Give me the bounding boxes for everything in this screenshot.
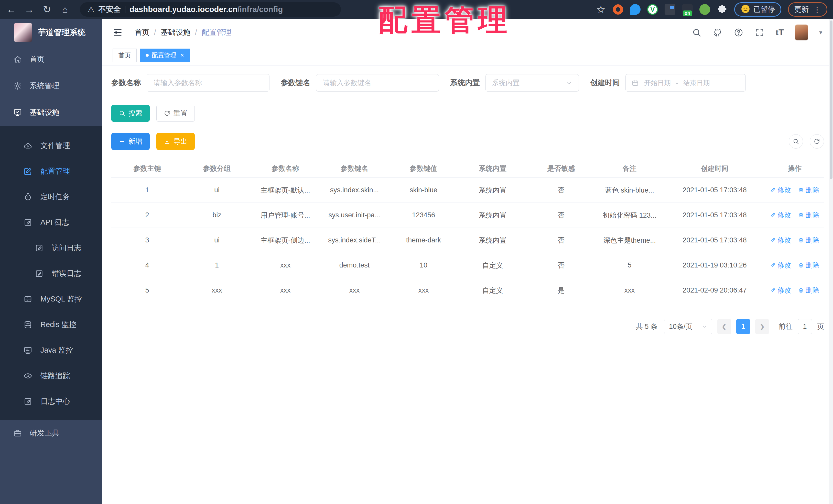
smiley-avatar-icon	[741, 4, 750, 15]
sidebar-logo[interactable]: 芋道管理系统	[0, 19, 102, 46]
extension-blue-drop-icon[interactable]	[630, 4, 641, 15]
edit-link[interactable]: 修改	[770, 210, 791, 220]
config-table: 参数主键参数分组参数名称参数键名参数键值系统内置是否敏感备注创建时间操作 1ui…	[111, 159, 824, 303]
sidebar-item[interactable]: Redis 监控	[0, 312, 102, 337]
search-icon	[119, 110, 125, 117]
refresh-table-icon[interactable]	[810, 134, 824, 149]
param-name-label: 参数名称	[111, 78, 141, 88]
help-icon[interactable]	[734, 28, 743, 37]
scrollbar-track[interactable]	[829, 19, 833, 504]
trash-icon	[798, 187, 804, 193]
date-range-picker[interactable]: 开始日期 - 结束日期	[625, 74, 746, 92]
github-icon[interactable]	[713, 28, 722, 37]
extension-green-v-icon[interactable]: V	[647, 4, 658, 15]
table-cell: 用户管理-账号...	[251, 203, 320, 228]
delete-link[interactable]: 删除	[798, 286, 819, 295]
table-cell: xxx	[595, 278, 664, 303]
system-builtin-select[interactable]: 系统内置	[485, 74, 579, 92]
breadcrumb-home[interactable]: 首页	[135, 27, 149, 37]
table-cell: 2021-02-09 20:06:47	[664, 278, 765, 303]
reset-button[interactable]: 重置	[157, 105, 195, 122]
delete-link[interactable]: 删除	[798, 185, 819, 195]
system-builtin-label: 系统内置	[450, 78, 480, 88]
sidebar-item[interactable]: 错误日志	[0, 261, 102, 286]
sidebar-item[interactable]: API 日志	[0, 210, 102, 235]
user-menu-caret-icon[interactable]: ▾	[819, 29, 822, 36]
sidebar-item[interactable]: 研发工具	[0, 420, 102, 447]
extension-orange-icon[interactable]	[613, 4, 623, 15]
browser-reload-icon[interactable]: ↻	[42, 4, 53, 15]
scrollbar-thumb[interactable]	[830, 21, 832, 179]
page-size-select[interactable]: 10条/页	[664, 319, 712, 334]
font-size-icon[interactable]: tT	[776, 27, 784, 37]
tab-config[interactable]: 配置管理 ×	[140, 49, 190, 62]
stack-icon	[24, 320, 32, 329]
table-row[interactable]: 1ui主框架页-默认...sys.index.skin...skin-blue系…	[111, 178, 824, 203]
table-cell: 3	[111, 228, 183, 253]
browser-menu-icon[interactable]: ⋮	[813, 5, 821, 14]
search-button[interactable]: 搜索	[111, 105, 150, 122]
refresh-icon	[164, 110, 170, 117]
table-row[interactable]: 41xxxdemo.test10自定义否52021-01-19 03:10:26…	[111, 253, 824, 278]
edit-link[interactable]: 修改	[770, 235, 791, 245]
trash-icon	[798, 287, 804, 293]
delete-link[interactable]: 删除	[798, 235, 819, 245]
pagination: 共 5 条 10条/页 ❮ 1 ❯ 前往 页	[111, 319, 824, 334]
export-button[interactable]: 导出	[157, 133, 195, 150]
database-icon	[24, 295, 32, 304]
delete-link[interactable]: 删除	[798, 210, 819, 220]
table-cell: 自定义	[458, 278, 527, 303]
fullscreen-icon[interactable]	[755, 28, 764, 37]
add-button[interactable]: 新增	[111, 133, 150, 150]
extension-leaf-icon[interactable]	[699, 4, 710, 15]
sidebar-item[interactable]: 基础设施	[0, 99, 102, 126]
filter-form: 参数名称 参数键名 系统内置 系统内置 创建时间 开始日期 - 结束日期	[111, 74, 824, 92]
search-icon[interactable]	[692, 28, 701, 37]
table-cell: 深色主题theme...	[595, 228, 664, 253]
delete-link[interactable]: 删除	[798, 260, 819, 270]
sidebar-item[interactable]: Java 监控	[0, 337, 102, 363]
browser-back-icon[interactable]: ←	[6, 4, 17, 15]
breadcrumb-infra[interactable]: 基础设施	[161, 27, 190, 37]
close-tab-icon[interactable]: ×	[181, 52, 184, 59]
sidebar-item[interactable]: 配置管理	[0, 158, 102, 184]
table-cell: 123456	[389, 203, 458, 228]
table-row[interactable]: 5xxxxxxxxxxxx自定义是xxx2021-02-09 20:06:47修…	[111, 278, 824, 303]
edit-link[interactable]: 修改	[770, 260, 791, 270]
sidebar-item[interactable]: 系统管理	[0, 73, 102, 99]
profile-paused-badge[interactable]: 已暂停	[734, 2, 781, 17]
sidebar-item[interactable]: 文件管理	[0, 133, 102, 158]
collapse-sidebar-icon[interactable]	[113, 27, 123, 37]
prev-page-button[interactable]: ❮	[717, 319, 731, 334]
browser-update-button[interactable]: 更新 ⋮	[788, 2, 827, 17]
tab-label: 首页	[118, 51, 131, 59]
current-page[interactable]: 1	[736, 319, 750, 334]
goto-page-input[interactable]	[798, 319, 812, 334]
sidebar-item[interactable]: 日志中心	[0, 389, 102, 414]
browser-home-icon[interactable]: ⌂	[60, 4, 71, 15]
next-page-button[interactable]: ❯	[755, 319, 769, 334]
extension-grid-icon[interactable]	[665, 4, 675, 15]
toggle-search-icon[interactable]	[789, 134, 803, 149]
timer-icon	[24, 193, 32, 201]
param-name-input[interactable]	[147, 74, 269, 92]
table-row[interactable]: 2biz用户管理-账号...sys.user.init-pa...123456系…	[111, 203, 824, 228]
tab-home[interactable]: 首页	[113, 49, 137, 62]
extension-on-icon[interactable]	[682, 4, 693, 15]
sidebar-item[interactable]: 链路追踪	[0, 363, 102, 389]
edit-link[interactable]: 修改	[770, 286, 791, 295]
sidebar-item[interactable]: 定时任务	[0, 184, 102, 210]
sidebar-item[interactable]: MySQL 监控	[0, 286, 102, 312]
table-row[interactable]: 3ui主框架页-侧边...sys.index.sideT...theme-dar…	[111, 228, 824, 253]
edit-link[interactable]: 修改	[770, 185, 791, 195]
download-icon	[164, 138, 170, 145]
extensions-puzzle-icon[interactable]	[717, 4, 728, 15]
app-title: 芋道管理系统	[38, 27, 86, 38]
user-avatar[interactable]	[795, 25, 808, 41]
sidebar-item[interactable]: 访问日志	[0, 235, 102, 261]
browser-forward-icon[interactable]: →	[24, 4, 35, 15]
sidebar-item[interactable]: 首页	[0, 46, 102, 73]
bookmark-star-icon[interactable]: ☆	[596, 4, 606, 15]
address-bar[interactable]: ⚠ 不安全 dashboard.yudao.iocoder.cn/infra/c…	[80, 2, 341, 17]
param-key-input[interactable]	[316, 74, 439, 92]
